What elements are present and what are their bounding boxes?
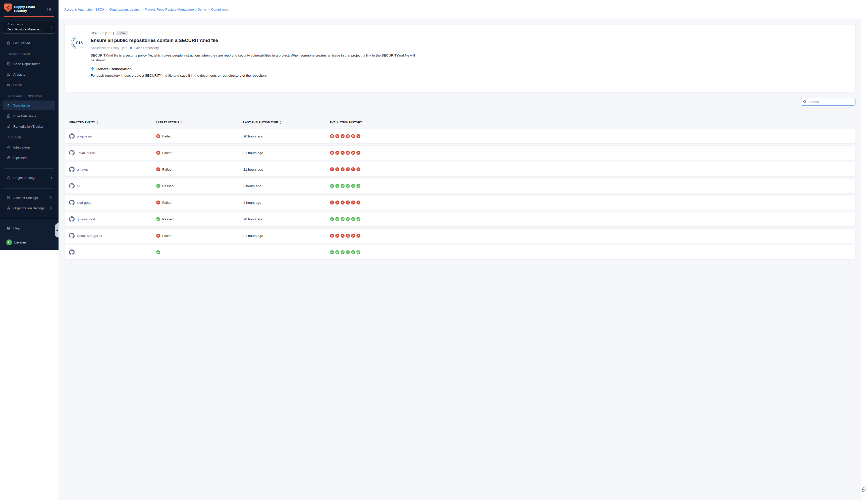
breadcrumb-separator-icon: ›: [106, 8, 107, 11]
history-fail-icon: [330, 167, 334, 171]
entity-name-link[interactable]: git-sync-test: [77, 217, 95, 221]
history-fail-icon: [335, 201, 339, 205]
sort-icon[interactable]: [279, 121, 281, 124]
github-icon: [69, 200, 74, 205]
content-panel: CIS CIS-1.2.1 (1.2.1) LOW Ensure all pub…: [59, 19, 434, 250]
github-icon: [69, 233, 74, 238]
svg-text:CIS: CIS: [76, 41, 83, 45]
compliance-document-icon: [6, 103, 10, 108]
sidebar-item-compliance[interactable]: Compliance: [2, 101, 55, 110]
history-fail-icon: [346, 134, 350, 138]
history-fail-icon: [356, 234, 360, 238]
table-row[interactable]: git-sync Failed 21 hours ago: [64, 162, 434, 177]
clipboard-check-icon: [6, 114, 11, 118]
sidebar-item-pipelines[interactable]: Pipelines: [3, 154, 56, 161]
history-pass-icon: [356, 217, 360, 221]
history-fail-icon: [351, 167, 355, 171]
entity-type-label: Code Repository: [135, 46, 159, 50]
home-icon: [6, 41, 11, 45]
table-row[interactable]: [64, 245, 434, 250]
status-label: Failed: [162, 234, 172, 238]
history-fail-icon: [351, 234, 355, 238]
entity-name-link[interactable]: cli: [77, 184, 80, 188]
evaluation-history: [330, 234, 434, 238]
sidebar-item-label: Organization Settings: [13, 206, 45, 210]
entity-name-link[interactable]: cicd-goat: [77, 201, 91, 205]
breadcrumb-account-link[interactable]: Account: Automation-SSCA: [64, 8, 104, 11]
entity-name-link[interactable]: git-sync: [77, 168, 89, 171]
table-row[interactable]: cli Passed 2 hours ago: [64, 179, 434, 193]
sidebar-item-label: Project Settings: [13, 176, 36, 180]
breadcrumb-project-link[interactable]: Project: Repo Posture Management Demo: [145, 8, 206, 11]
column-header-latest-status[interactable]: LATEST STATUS: [156, 121, 243, 124]
evaluation-history: [330, 217, 434, 221]
sidebar-item-label: Integrations: [13, 146, 31, 149]
sidebar-item-cicd[interactable]: ∞ CI/CD: [3, 81, 56, 89]
last-evaluation-time: 21 hours ago: [243, 168, 330, 171]
breadcrumb-separator-icon: ›: [141, 8, 142, 11]
github-icon: [69, 183, 74, 189]
sidebar-item-remediation-tracker[interactable]: Remediation Tracker: [3, 123, 56, 130]
sort-icon[interactable]: [181, 121, 183, 124]
entity-name-link[interactable]: React-MongoDB: [77, 234, 102, 238]
sidebar-item-integrations[interactable]: Integrations: [3, 144, 56, 151]
status-failed-icon: [156, 201, 160, 205]
sort-icon[interactable]: [97, 121, 99, 124]
history-fail-icon: [356, 134, 360, 138]
project-selector[interactable]: PROJECT Repo Posture Manage... ›: [3, 21, 55, 34]
evaluation-history: [330, 201, 434, 205]
rule-id: CIS-1.2.1 (1.2.1): [91, 31, 114, 35]
code-repository-icon: </>: [6, 61, 11, 66]
evaluation-history: [330, 151, 434, 155]
history-fail-icon: [346, 201, 350, 205]
breadcrumb: Account: Automation-SSCA › Organization:…: [59, 0, 434, 19]
table-row[interactable]: React-MongoDB Failed 21 hours ago: [64, 228, 434, 243]
sidebar-item-organization-settings[interactable]: Organization Settings: [3, 204, 56, 212]
history-fail-icon: [340, 234, 345, 238]
evaluation-history: [330, 167, 434, 171]
history-fail-icon: [351, 134, 355, 138]
status-failed-icon: [156, 151, 160, 155]
column-header-evaluation-history: EVALUATION HISTORY: [330, 121, 434, 124]
sidebar-item-get-started[interactable]: Get Started: [3, 39, 56, 47]
sidebar-item-project-settings[interactable]: Project Settings ›: [3, 174, 56, 181]
sidebar-item-label: Compliance: [13, 103, 30, 107]
pipelines-icon: [6, 156, 11, 160]
table-row[interactable]: pr-git-sync Failed 20 hours ago: [64, 129, 434, 144]
history-fail-icon: [340, 151, 345, 155]
status-label: Failed: [162, 168, 172, 171]
infinity-icon: ∞: [6, 83, 11, 87]
sidebar-item-rule-definitions[interactable]: Rule Definitions: [3, 112, 56, 120]
sidebar-item-label: CI/CD: [13, 83, 22, 87]
breadcrumb-organization-link[interactable]: Organization: default: [109, 8, 139, 11]
sidebar-item-artifacts[interactable]: Artifacts: [3, 71, 56, 78]
status-failed-icon: [156, 234, 160, 238]
sidebar-item-help[interactable]: ? Help: [3, 224, 56, 232]
section-label-risk-compliance: RISK AND COMPLIANCE: [8, 95, 43, 99]
sidebar-item-account-settings[interactable]: Account Settings: [3, 194, 56, 202]
app-switcher-grid-icon[interactable]: [47, 8, 51, 12]
column-header-impacted-entity[interactable]: IMPACTED ENTITY: [69, 121, 156, 124]
table-row[interactable]: cicd-goat Failed 2 hours ago: [64, 195, 434, 210]
history-fail-icon: [346, 151, 350, 155]
main-area: Account: Automation-SSCA › Organization:…: [59, 0, 434, 250]
info-icon: [48, 196, 52, 200]
column-header-last-evaluation-time[interactable]: LAST EVALUATION TIME: [243, 121, 330, 124]
help-chat-icon: ?: [6, 226, 11, 230]
history-pass-icon: [330, 184, 334, 188]
rule-title: Ensure all public repositories contain a…: [91, 38, 434, 43]
table-row[interactable]: git-sync-test Passed 20 hours ago: [64, 212, 434, 226]
svg-text:</>: </>: [8, 63, 9, 65]
accent-divider: [4, 16, 54, 17]
entity-name-link[interactable]: JavaCourse: [77, 151, 95, 155]
breadcrumb-compliance-link[interactable]: Compliance: [211, 8, 229, 11]
table-row[interactable]: JavaCourse Failed 21 hours ago: [64, 146, 434, 160]
svg-text:?: ?: [8, 227, 9, 229]
entity-name-link[interactable]: pr-git-sync: [77, 134, 93, 138]
sidebar-collapse-handle[interactable]: [55, 223, 59, 237]
sidebar-item-code-repositories[interactable]: </> Code Repositories: [3, 60, 56, 68]
user-menu[interactable]: L Lavakush: [3, 238, 56, 246]
status-label: Failed: [162, 151, 172, 155]
severity-badge: LOW: [116, 31, 128, 35]
history-fail-icon: [356, 167, 360, 171]
